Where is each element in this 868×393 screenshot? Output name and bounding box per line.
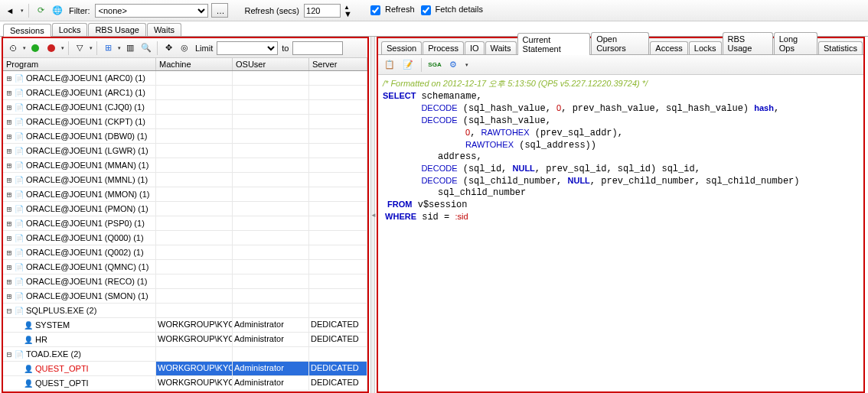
filter-ellipsis-button[interactable]: … (211, 3, 228, 18)
table-row[interactable]: ⊞📄ORACLE@JOEUN1 (ARC1) (1) (3, 86, 367, 100)
limit-from-select[interactable] (217, 41, 278, 55)
columns-icon[interactable]: ▥ (123, 41, 137, 55)
detail-tab-locks[interactable]: Locks (689, 41, 722, 54)
expander-icon[interactable]: ⊞ (5, 115, 14, 128)
table-row[interactable]: ⊞📄ORACLE@JOEUN1 (DBW0) (1) (3, 129, 367, 144)
limit-to-input[interactable] (292, 41, 343, 55)
crosshair-icon[interactable]: ✥ (162, 41, 175, 55)
osuser-cell (233, 260, 309, 274)
splitter[interactable] (370, 37, 375, 393)
user-icon: 👤 (23, 377, 34, 390)
expander-icon[interactable]: ⊞ (5, 130, 14, 143)
nav-back-icon[interactable]: ◄ (3, 4, 17, 18)
table-row[interactable]: ⊞📄ORACLE@JOEUN1 (MMAN) (1) (3, 158, 367, 173)
detail-tab-io[interactable]: IO (465, 41, 485, 54)
detail-tab-rbs-usage[interactable]: RBS Usage (723, 32, 773, 54)
detail-tab-process[interactable]: Process (423, 41, 464, 54)
table-row[interactable]: ⊞📄ORACLE@JOEUN1 (LGWR) (1) (3, 144, 367, 158)
table-row[interactable]: ⊞📄ORACLE@JOEUN1 (MMNL) (1) (3, 173, 367, 187)
program-cell: ORACLE@JOEUN1 (Q000) (1) (24, 232, 144, 245)
main-tab-sessions[interactable]: Sessions (3, 24, 51, 37)
main-tab-locks[interactable]: Locks (52, 23, 88, 36)
table-row[interactable]: ⊞📄ORACLE@JOEUN1 (ARC0) (1) (3, 71, 367, 86)
osuser-cell: Administrator (233, 376, 309, 390)
main-tab-rbs-usage[interactable]: RBS Usage (88, 23, 145, 36)
table-row[interactable]: ⊞📄ORACLE@JOEUN1 (QMNC) (1) (3, 260, 367, 274)
expander-icon[interactable]: ⊞ (5, 101, 14, 114)
filter-select[interactable]: <none> (95, 4, 208, 18)
table-row[interactable]: ⊞📄ORACLE@JOEUN1 (RECO) (1) (3, 274, 367, 289)
start-icon[interactable] (28, 41, 42, 55)
detail-tab-long-ops[interactable]: Long Ops (774, 32, 817, 54)
expander-icon[interactable]: ⊞ (5, 232, 14, 245)
expander-icon[interactable]: ⊞ (5, 275, 14, 288)
sql-pane[interactable]: /* Formatted on 2012-12-17 오후 5:13:50 (Q… (378, 75, 863, 391)
expander-icon[interactable] (5, 319, 14, 332)
col-server[interactable]: Server (309, 58, 367, 70)
machine-cell (156, 274, 233, 288)
spin-up-icon[interactable]: ▲▼ (344, 5, 352, 17)
expander-icon[interactable]: ⊞ (5, 261, 14, 274)
table-row[interactable]: ⊞📄ORACLE@JOEUN1 (PMON) (1) (3, 202, 367, 216)
expander-icon[interactable]: ⊞ (5, 290, 14, 303)
table-row[interactable]: 👤QUEST_OPTIWORKGROUP\KYCAdministratorDED… (3, 362, 367, 376)
expander-icon[interactable]: ⊞ (5, 217, 14, 230)
program-cell: HR (34, 333, 47, 346)
table-row[interactable]: ⊞📄ORACLE@JOEUN1 (PSP0) (1) (3, 216, 367, 231)
table-row[interactable]: 👤HRWORKGROUP\KYCAdministratorDEDICATED (3, 333, 367, 347)
group-icon[interactable]: ⊞ (101, 41, 115, 55)
snap-icon[interactable]: ◎ (178, 41, 191, 55)
fetch-details-checkbox[interactable]: Fetch details (418, 3, 483, 18)
funnel-icon[interactable]: ▽ (73, 41, 86, 55)
table-row[interactable]: ⊞📄ORACLE@JOEUN1 (Q000) (1) (3, 231, 367, 245)
table-row[interactable]: ⊞📄ORACLE@JOEUN1 (CKPT) (1) (3, 115, 367, 129)
table-row[interactable]: ⊟📄TOAD.EXE (2) (3, 347, 367, 362)
expander-icon[interactable]: ⊞ (5, 174, 14, 187)
table-row[interactable]: 👤SYSTEMWORKGROUP\KYCAdministratorDEDICAT… (3, 318, 367, 333)
stop-icon[interactable] (44, 41, 58, 55)
osuser-cell (233, 289, 309, 303)
detail-tab-statistics[interactable]: Statistics (818, 41, 863, 54)
expander-icon[interactable]: ⊞ (5, 145, 14, 158)
program-cell: TOAD.EXE (2) (24, 348, 81, 361)
table-row[interactable]: 👤QUEST_OPTIWORKGROUP\KYCAdministratorDED… (3, 376, 367, 391)
expander-icon[interactable]: ⊞ (5, 72, 14, 85)
refresh-icon[interactable]: ⟳ (34, 4, 47, 18)
refresh-checkbox[interactable]: Refresh (367, 3, 415, 18)
expander-icon[interactable]: ⊞ (5, 159, 14, 172)
expander-icon[interactable]: ⊟ (5, 304, 14, 317)
table-row[interactable]: ⊞📄ORACLE@JOEUN1 (Q002) (1) (3, 245, 367, 260)
globe-icon[interactable]: 🌐 (51, 4, 64, 18)
expander-icon[interactable]: ⊞ (5, 188, 14, 201)
expander-icon[interactable]: ⊟ (5, 348, 14, 361)
col-osuser[interactable]: OSUser (233, 58, 309, 70)
col-program[interactable]: Program (3, 58, 156, 70)
edit-icon[interactable]: 📝 (401, 58, 415, 72)
expander-icon[interactable]: ⊞ (5, 86, 14, 99)
expander-icon[interactable] (5, 377, 14, 390)
zoom-icon[interactable]: 🔍 (139, 41, 153, 55)
col-machine[interactable]: Machine (156, 58, 233, 70)
server-cell (309, 86, 367, 99)
detail-tab-access[interactable]: Access (650, 41, 687, 54)
table-row[interactable]: ⊞📄ORACLE@JOEUN1 (CJQ0) (1) (3, 100, 367, 115)
tune-icon[interactable]: ⚙ (446, 58, 460, 72)
detail-tab-waits[interactable]: Waits (485, 41, 517, 54)
machine-cell (156, 158, 233, 172)
table-row[interactable]: ⊞📄ORACLE@JOEUN1 (SMON) (1) (3, 289, 367, 304)
detail-tab-current-statement[interactable]: Current Statement (517, 33, 591, 55)
expander-icon[interactable] (5, 333, 14, 346)
table-row[interactable]: ⊞📄ORACLE@JOEUN1 (MMON) (1) (3, 187, 367, 202)
expander-icon[interactable] (5, 362, 14, 375)
detail-tab-session[interactable]: Session (381, 41, 422, 54)
detail-tab-open-cursors[interactable]: Open Cursors (591, 32, 649, 54)
clock-icon[interactable]: ⏲ (6, 41, 20, 55)
clipboard-icon[interactable]: 📋 (383, 58, 396, 72)
expander-icon[interactable]: ⊞ (5, 246, 14, 259)
expander-icon[interactable]: ⊞ (5, 203, 14, 216)
table-row[interactable]: ⊟📄SQLPLUS.EXE (2) (3, 304, 367, 318)
sga-icon[interactable]: SGA (428, 58, 442, 72)
grid-body[interactable]: ⊞📄ORACLE@JOEUN1 (ARC0) (1)⊞📄ORACLE@JOEUN… (3, 71, 367, 391)
main-tab-waits[interactable]: Waits (147, 23, 181, 36)
refresh-secs-input[interactable] (304, 4, 341, 18)
